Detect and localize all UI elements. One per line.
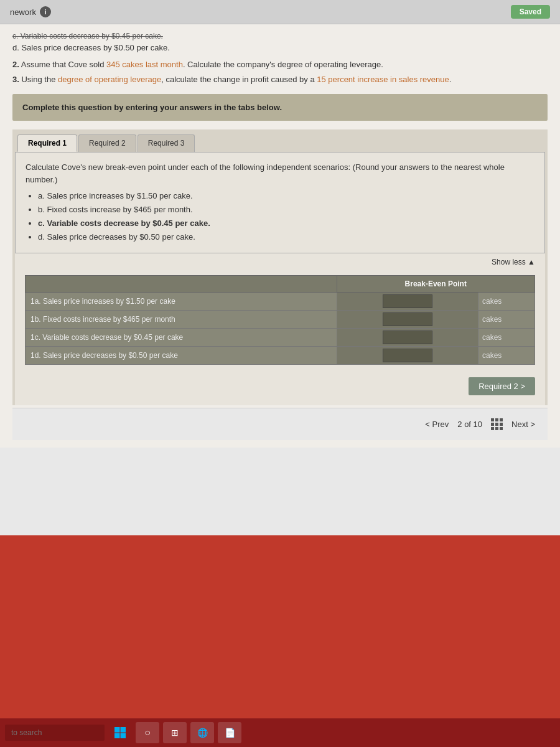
row-1d-input-cell bbox=[337, 347, 478, 365]
show-less-container: Show less bbox=[15, 253, 545, 269]
row-1a-unit: cakes bbox=[478, 293, 535, 311]
table-row: 1d. Sales price decreases by $0.50 per c… bbox=[26, 347, 535, 365]
row-1d-label: 1d. Sales price decreases by $0.50 per c… bbox=[26, 347, 337, 365]
required2-button[interactable]: Required 2 > bbox=[469, 377, 535, 395]
problem3-label: 3. Using the degree of operating leverag… bbox=[12, 75, 451, 84]
scenario-a: a. Sales price increases by $1.50 per ca… bbox=[38, 189, 534, 203]
content-area: c. Variable costs decrease by $0.45 per … bbox=[0, 24, 560, 448]
svg-rect-1 bbox=[121, 727, 126, 733]
intro-d-text: d. Sales price decreases by $0.50 per ca… bbox=[12, 43, 548, 52]
saved-badge: Saved bbox=[511, 5, 550, 19]
tab-required1[interactable]: Required 1 bbox=[17, 134, 77, 152]
row-1a-input-cell bbox=[337, 293, 478, 311]
table-row: 1b. Fixed costs increase by $465 per mon… bbox=[26, 311, 535, 329]
row-1c-input[interactable] bbox=[383, 331, 432, 344]
taskbar-search[interactable] bbox=[5, 725, 105, 741]
scenario-d: d. Sales price decreases by $0.50 per ca… bbox=[38, 230, 534, 244]
taskbar-snap-button[interactable]: ⊞ bbox=[163, 722, 187, 743]
row-1b-unit: cakes bbox=[478, 311, 535, 329]
info-icon[interactable]: i bbox=[40, 6, 51, 17]
instruction-box: Complete this question by entering your … bbox=[12, 94, 548, 121]
show-less-link[interactable]: Show less bbox=[492, 258, 535, 266]
row-1d-input[interactable] bbox=[383, 349, 432, 362]
row-1c-label: 1c. Variable costs decrease by $0.45 per… bbox=[26, 329, 337, 347]
row-1b-input[interactable] bbox=[383, 312, 432, 326]
browser-icon: 🌐 bbox=[197, 728, 208, 738]
intro-strikethrough: c. Variable costs decrease by $0.45 per … bbox=[12, 32, 548, 40]
homework-text: nework bbox=[10, 7, 36, 17]
row-1a-input[interactable] bbox=[383, 294, 432, 308]
row-1b-label: 1b. Fixed costs increase by $465 per mon… bbox=[26, 311, 337, 329]
table-header-scenario bbox=[26, 276, 337, 293]
tab-content-required1: Calculate Cove's new break-even point un… bbox=[15, 152, 545, 253]
table-row: 1c. Variable costs decrease by $0.45 per… bbox=[26, 329, 535, 347]
taskbar-app-button[interactable]: 📄 bbox=[218, 722, 241, 743]
tab-description: Calculate Cove's new break-even point un… bbox=[26, 161, 534, 186]
table-row: 1a. Sales price increases by $1.50 per c… bbox=[26, 293, 535, 311]
problem2-label: 2. Assume that Cove sold 345 cakes last … bbox=[12, 60, 383, 69]
page-indicator: 2 of 10 bbox=[457, 420, 482, 429]
break-even-table: Break-Even Point 1a. Sales price increas… bbox=[25, 275, 535, 365]
taskbar: ○ ⊞ 🌐 📄 bbox=[0, 718, 560, 747]
main-content: nework i Saved c. Variable costs decreas… bbox=[0, 0, 560, 535]
tab-required2[interactable]: Required 2 bbox=[78, 134, 136, 152]
row-1a-label: 1a. Sales price increases by $1.50 per c… bbox=[26, 293, 337, 311]
svg-rect-2 bbox=[114, 733, 120, 739]
required2-btn-container: Required 2 > bbox=[25, 371, 535, 395]
taskbar-search-button[interactable]: ○ bbox=[136, 722, 159, 743]
homework-label: nework i bbox=[10, 6, 51, 17]
svg-rect-3 bbox=[121, 733, 126, 739]
windows-logo-icon bbox=[114, 726, 126, 739]
tabs-container: Required 1 Required 2 Required 3 Calcula… bbox=[12, 129, 548, 405]
app-icon: 📄 bbox=[225, 728, 235, 738]
windows-button[interactable] bbox=[108, 722, 132, 743]
problem2-text: 2. Assume that Cove sold 345 cakes last … bbox=[12, 59, 548, 71]
bottom-nav: < Prev 2 of 10 Next > bbox=[12, 408, 548, 440]
instruction-text: Complete this question by entering your … bbox=[22, 103, 538, 112]
table-header-breakeven: Break-Even Point bbox=[337, 276, 535, 293]
problem3-text: 3. Using the degree of operating leverag… bbox=[12, 73, 548, 86]
svg-rect-0 bbox=[114, 727, 120, 733]
scenario-c: c. Variable costs decrease by $0.45 per … bbox=[38, 217, 534, 230]
snap-icon: ⊞ bbox=[171, 728, 179, 738]
row-1b-input-cell bbox=[337, 311, 478, 329]
row-1c-unit: cakes bbox=[478, 329, 535, 347]
table-section: Break-Even Point 1a. Sales price increas… bbox=[15, 269, 545, 405]
row-1d-unit: cakes bbox=[478, 347, 535, 365]
taskbar-browser-button[interactable]: 🌐 bbox=[190, 722, 214, 743]
row-1c-input-cell bbox=[337, 329, 478, 347]
next-link[interactable]: Next > bbox=[511, 420, 535, 429]
bottom-empty bbox=[0, 535, 560, 747]
top-bar: nework i Saved bbox=[0, 0, 560, 24]
search-icon: ○ bbox=[144, 727, 151, 738]
tabs-row: Required 1 Required 2 Required 3 bbox=[12, 129, 548, 152]
prev-link[interactable]: < Prev bbox=[425, 420, 449, 429]
tab-required3[interactable]: Required 3 bbox=[138, 134, 195, 152]
grid-icon[interactable] bbox=[491, 418, 503, 430]
scenario-b: b. Fixed costs increase by $465 per mont… bbox=[38, 203, 534, 217]
scenario-list: a. Sales price increases by $1.50 per ca… bbox=[38, 189, 534, 244]
